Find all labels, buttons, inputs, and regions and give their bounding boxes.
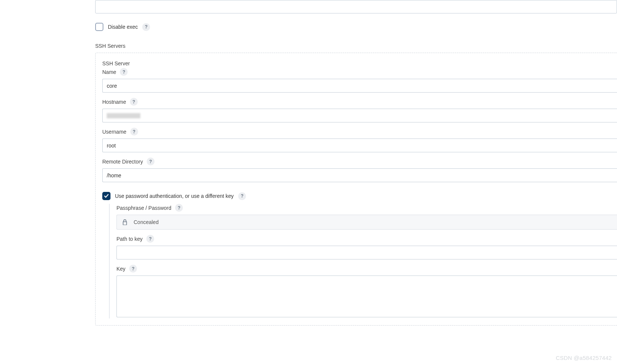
help-icon[interactable]: ?: [130, 128, 138, 136]
path-to-key-label: Path to key: [116, 236, 143, 242]
remote-dir-input[interactable]: [102, 168, 617, 182]
username-label-row: Username ?: [102, 128, 617, 136]
help-icon[interactable]: ?: [142, 23, 150, 31]
hostname-label-row: Hostname ?: [102, 98, 617, 106]
help-icon[interactable]: ?: [175, 204, 183, 212]
help-icon[interactable]: ?: [146, 235, 154, 243]
help-icon[interactable]: ?: [129, 265, 137, 273]
name-label-row: Name ?: [102, 68, 617, 76]
key-textarea[interactable]: [116, 276, 617, 317]
username-input[interactable]: [102, 139, 617, 152]
remote-dir-label: Remote Directory: [102, 159, 143, 165]
ssh-server-subtitle: SSH Server: [102, 60, 617, 66]
top-empty-box: [95, 0, 617, 13]
path-to-key-label-row: Path to key ?: [116, 235, 617, 243]
help-icon[interactable]: ?: [120, 68, 128, 76]
disable-exec-row: Disable exec ?: [95, 23, 617, 31]
remote-dir-label-row: Remote Directory ?: [102, 158, 617, 165]
key-label-row: Key ?: [116, 265, 617, 273]
use-password-auth-row: Use password authentication, or use a di…: [102, 192, 617, 200]
username-label: Username: [102, 129, 127, 135]
use-password-auth-checkbox[interactable]: [102, 192, 110, 200]
watermark: CSDN @a584257442: [556, 355, 612, 361]
auth-nested-group: Passphrase / Password ? Concealed Path t…: [109, 204, 617, 318]
path-to-key-input[interactable]: [116, 246, 617, 259]
help-icon[interactable]: ?: [238, 192, 246, 200]
passphrase-concealed[interactable]: Concealed: [116, 215, 617, 230]
key-label: Key: [116, 266, 125, 272]
use-password-auth-label: Use password authentication, or use a di…: [115, 193, 234, 199]
name-label: Name: [102, 69, 116, 75]
concealed-text: Concealed: [134, 219, 159, 225]
passphrase-label-row: Passphrase / Password ?: [116, 204, 617, 212]
hostname-label: Hostname: [102, 99, 126, 105]
hostname-redacted-value: [107, 113, 140, 118]
lock-icon: [121, 218, 129, 226]
help-icon[interactable]: ?: [130, 98, 138, 106]
passphrase-label: Passphrase / Password: [116, 205, 171, 211]
disable-exec-checkbox[interactable]: [95, 23, 103, 31]
ssh-servers-title: SSH Servers: [95, 43, 617, 49]
hostname-input[interactable]: [102, 109, 617, 122]
help-icon[interactable]: ?: [147, 158, 155, 165]
name-input[interactable]: [102, 79, 617, 93]
ssh-server-group: SSH Server Name ? Hostname ? Username ?: [95, 53, 617, 326]
disable-exec-label: Disable exec: [108, 24, 138, 30]
